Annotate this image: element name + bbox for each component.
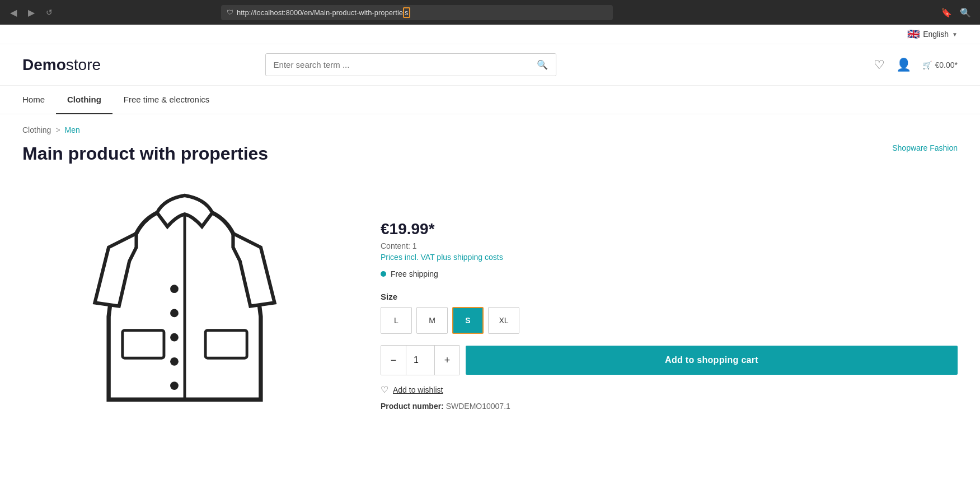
wishlist-button[interactable]: ♡: [874, 58, 885, 72]
size-options: L M S XL: [381, 307, 958, 334]
size-btn-xl[interactable]: XL: [488, 307, 519, 334]
quantity-input[interactable]: [406, 346, 435, 375]
store-header: Demostore 🔍 ♡ 👤 🛒 €0.00*: [0, 44, 980, 86]
size-btn-l[interactable]: L: [381, 307, 412, 334]
svg-rect-7: [205, 331, 247, 358]
language-selector[interactable]: 🇬🇧 English ▼: [907, 28, 958, 40]
quantity-decrease-button[interactable]: −: [381, 346, 406, 375]
product-image-container: [22, 175, 347, 416]
product-image: [78, 178, 291, 413]
add-to-cart-button[interactable]: Add to shopping cart: [466, 346, 958, 375]
nav-item-clothing[interactable]: Clothing: [56, 86, 112, 114]
refresh-button[interactable]: ↺: [43, 6, 56, 19]
size-btn-m[interactable]: M: [416, 307, 448, 334]
svg-point-1: [170, 285, 179, 293]
free-shipping-label: Free shipping: [391, 269, 438, 278]
nav-item-freetime[interactable]: Free time & electronics: [112, 86, 221, 114]
header-actions: ♡ 👤 🛒 €0.00*: [874, 58, 958, 72]
breadcrumb: Clothing > Men: [22, 125, 958, 134]
quantity-control: − +: [381, 345, 460, 375]
shipping-dot: [381, 271, 386, 277]
search-button[interactable]: 🔍: [529, 54, 556, 76]
main-nav: Home Clothing Free time & electronics: [0, 86, 980, 114]
flag-icon: 🇬🇧: [907, 28, 920, 40]
product-info: €19.99* Content: 1 Prices incl. VAT plus…: [381, 175, 958, 411]
breadcrumb-separator: >: [55, 125, 60, 134]
main-content: Clothing > Men Main product with propert…: [0, 114, 980, 427]
account-button[interactable]: 👤: [896, 58, 911, 72]
product-vat-link[interactable]: Prices incl. VAT plus shipping costs: [381, 253, 958, 262]
size-label: Size: [381, 292, 958, 301]
svg-point-2: [170, 309, 179, 317]
free-shipping: Free shipping: [381, 269, 958, 278]
browser-right-icons: 🔖 🔍: [939, 5, 973, 20]
product-number: Product number: SWDEMO10007.1: [381, 402, 958, 411]
size-btn-s[interactable]: S: [452, 307, 484, 334]
address-bar[interactable]: 🛡 http://localhost:8000/en/Main-product-…: [221, 5, 613, 20]
cart-icon: 🛒: [922, 60, 932, 69]
shield-icon: 🛡: [227, 8, 233, 16]
browser-chrome: ◀ ▶ ↺ 🛡 http://localhost:8000/en/Main-pr…: [0, 0, 980, 25]
svg-point-5: [170, 381, 179, 390]
size-section: Size L M S XL: [381, 292, 958, 334]
product-title: Main product with properties: [22, 143, 268, 164]
store-logo[interactable]: Demostore: [22, 56, 101, 74]
chevron-down-icon: ▼: [952, 31, 958, 38]
add-to-cart-row: − + Add to shopping cart: [381, 345, 958, 375]
svg-point-3: [170, 333, 179, 342]
product-title-row: Main product with properties Shopware Fa…: [22, 143, 958, 164]
svg-point-4: [170, 357, 179, 366]
lang-bar: 🇬🇧 English ▼: [0, 25, 980, 44]
wishlist-row[interactable]: ♡ Add to wishlist: [381, 384, 958, 395]
address-highlight: s: [403, 7, 410, 18]
svg-rect-6: [123, 331, 164, 358]
search-input[interactable]: [266, 54, 529, 75]
cart-amount: €0.00*: [935, 60, 958, 69]
address-text: http://localhost:8000/en/Main-product-wi…: [237, 7, 607, 18]
product-price: €19.99*: [381, 220, 958, 238]
product-page: €19.99* Content: 1 Prices incl. VAT plus…: [22, 175, 958, 416]
wishlist-link[interactable]: Add to wishlist: [393, 385, 443, 394]
product-image-area: [22, 175, 347, 416]
browser-search-button[interactable]: 🔍: [958, 5, 973, 20]
breadcrumb-current: Men: [65, 125, 80, 134]
nav-item-home[interactable]: Home: [22, 86, 56, 114]
quantity-increase-button[interactable]: +: [435, 346, 459, 375]
search-bar: 🔍: [265, 53, 556, 76]
bookmark-button[interactable]: 🔖: [939, 5, 954, 20]
forward-button[interactable]: ▶: [25, 5, 38, 20]
product-brand[interactable]: Shopware Fashion: [892, 143, 958, 152]
back-button[interactable]: ◀: [7, 5, 20, 20]
product-content: Content: 1: [381, 241, 958, 250]
breadcrumb-parent[interactable]: Clothing: [22, 125, 51, 134]
heart-icon: ♡: [381, 384, 388, 395]
cart-button[interactable]: 🛒 €0.00*: [922, 60, 958, 69]
language-label: English: [923, 30, 949, 39]
